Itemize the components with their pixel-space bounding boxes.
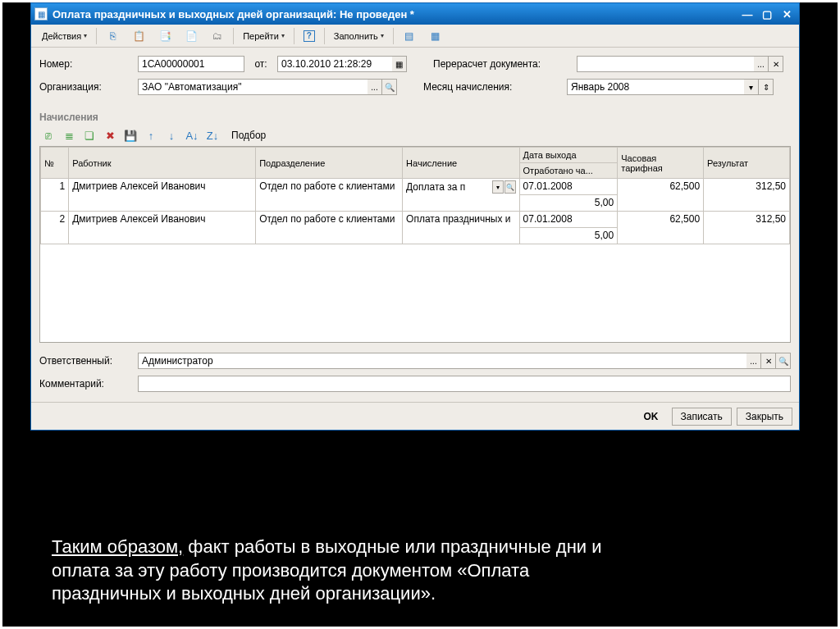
goto-menu[interactable]: Перейти ▾ (237, 27, 290, 45)
chevron-down-icon: ▾ (381, 32, 384, 39)
col-result[interactable]: Результат (704, 148, 790, 179)
grid-toolbar: ⎚ ≣ ❏ ✖ 💾 ↑ ↓ A↓ Z↓ Подбор (31, 125, 799, 146)
number-label: Номер: (39, 58, 130, 70)
comment-label: Комментарий: (39, 378, 130, 390)
select-button[interactable]: ... (754, 56, 769, 72)
podbor-button[interactable]: Подбор (224, 126, 273, 144)
dropdown-button[interactable]: ▾ (492, 180, 504, 194)
toolbar-btn-3[interactable]: 📑 (153, 27, 177, 45)
month-label: Месяц начисления: (423, 81, 567, 93)
actions-menu[interactable]: Действия ▾ (36, 27, 93, 45)
save-button[interactable]: Записать (672, 408, 732, 426)
chevron-down-icon: ▾ (281, 32, 285, 39)
move-up-icon[interactable]: ↑ (142, 126, 160, 144)
search-org-button[interactable]: 🔍 (382, 79, 397, 95)
toolbar-btn-2[interactable]: 📋 (126, 27, 151, 45)
col-accrual[interactable]: Начисление (403, 148, 519, 179)
select-org-button[interactable]: ... (368, 79, 382, 95)
main-toolbar: Действия ▾ ⎘ 📋 📑 📄 🗂 Перейти ▾ ? Заполни… (31, 25, 799, 48)
number-input[interactable] (138, 56, 244, 72)
toolbar-btn-4[interactable]: 📄 (179, 27, 203, 45)
toolbar-btn-7[interactable]: ▦ (423, 27, 448, 45)
recalc-input[interactable] (577, 56, 754, 72)
window-title: Оплата праздничных и выходных дней орган… (52, 8, 738, 21)
accrual-value: Доплата за п (406, 181, 491, 193)
actions-label: Действия (42, 31, 81, 41)
resp-label: Ответственный: (39, 355, 130, 367)
col-hours[interactable]: Отработано ча... (519, 163, 618, 179)
goto-label: Перейти (243, 31, 279, 41)
insert-row-icon[interactable]: ≣ (60, 126, 78, 144)
app-icon: ▦ (34, 7, 48, 21)
fill-label: Заполнить (334, 31, 378, 41)
footer: OK Записать Закрыть (31, 402, 799, 430)
ok-button[interactable]: OK (636, 408, 667, 426)
clear-button[interactable]: ✕ (769, 56, 783, 72)
app-window: ▦ Оплата праздничных и выходных дней орг… (30, 2, 800, 431)
chevron-down-icon: ▾ (84, 32, 87, 39)
select-resp-button[interactable]: ... (746, 353, 761, 369)
sort-asc-icon[interactable]: A↓ (183, 126, 201, 144)
grid: № Работник Подразделение Начисление Дата… (39, 146, 791, 343)
close-window-button[interactable]: Закрыть (737, 408, 792, 426)
toolbar-btn-5[interactable]: 🗂 (205, 27, 230, 45)
col-n[interactable]: № (41, 148, 69, 179)
toolbar-btn-6[interactable]: ▤ (397, 27, 422, 45)
add-row-icon[interactable]: ⎚ (39, 126, 57, 144)
recalc-label: Перерасчет документа: (433, 58, 577, 70)
date-input[interactable] (277, 56, 392, 72)
month-spinner-button[interactable]: ⇕ (759, 79, 774, 95)
maximize-button[interactable]: ▢ (758, 6, 776, 22)
col-rate[interactable]: Часовая тарифная (618, 148, 704, 179)
fill-menu[interactable]: Заполнить ▾ (328, 27, 390, 45)
table-row[interactable]: 2 Дмитриев Алексей Иванович Отдел по раб… (41, 212, 790, 228)
calendar-button[interactable]: ▦ (392, 56, 407, 72)
toolbar-btn-1[interactable]: ⎘ (100, 27, 125, 45)
minimize-button[interactable]: — (738, 6, 756, 22)
clear-resp-button[interactable]: ✕ (761, 353, 776, 369)
copy-row-icon[interactable]: ❏ (80, 126, 98, 144)
month-dropdown-button[interactable]: ▾ (744, 79, 759, 95)
org-label: Организация: (39, 81, 130, 93)
section-header: Начисления (31, 107, 799, 125)
col-employee[interactable]: Работник (69, 148, 256, 179)
sort-desc-icon[interactable]: Z↓ (203, 126, 221, 144)
col-date-out[interactable]: Дата выхода (519, 148, 618, 163)
month-input[interactable] (567, 79, 744, 95)
ot-label: от: (253, 58, 269, 70)
resp-input[interactable] (138, 353, 746, 369)
lookup-button[interactable]: 🔍 (504, 180, 516, 194)
titlebar: ▦ Оплата праздничных и выходных дней орг… (31, 3, 799, 25)
move-down-icon[interactable]: ↓ (162, 126, 180, 144)
help-button[interactable]: ? (298, 27, 321, 45)
comment-input[interactable] (138, 376, 791, 392)
save-icon[interactable]: 💾 (121, 126, 139, 144)
slide-caption: Таким образом, факт работы в выходные ил… (52, 536, 774, 606)
table-row[interactable]: 1 Дмитриев Алексей Иванович Отдел по раб… (41, 179, 790, 195)
search-resp-button[interactable]: 🔍 (776, 353, 791, 369)
org-input[interactable] (138, 79, 368, 95)
delete-row-icon[interactable]: ✖ (101, 126, 119, 144)
col-dept[interactable]: Подразделение (256, 148, 403, 179)
close-button[interactable]: ✕ (778, 6, 796, 22)
